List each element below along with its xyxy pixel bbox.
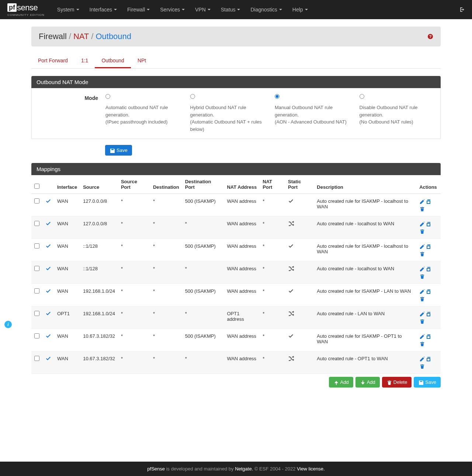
mode-radio-3[interactable] xyxy=(360,94,364,99)
cell-desc: Auto created rule for ISAKMP - localhost… xyxy=(314,194,416,216)
th-sport: Source Port xyxy=(118,175,150,194)
save-button[interactable]: Save xyxy=(105,145,132,156)
delete-row-button[interactable] xyxy=(419,206,424,212)
info-floating-button[interactable]: i xyxy=(4,321,12,328)
nav-item-firewall[interactable]: Firewall xyxy=(122,1,155,18)
enabled-check-icon[interactable] xyxy=(45,243,51,249)
table-row[interactable]: WAN 192.168.1.0/24 * * 500 (ISAKMP) WAN … xyxy=(31,284,441,306)
cell-static xyxy=(285,239,314,261)
help-icon[interactable] xyxy=(427,33,433,41)
table-row[interactable]: WAN 10.67.3.182/32 * * 500 (ISAKMP) WAN … xyxy=(31,329,441,351)
row-checkbox[interactable] xyxy=(34,266,39,271)
caret-icon xyxy=(279,9,282,10)
row-checkbox[interactable] xyxy=(34,311,39,316)
enabled-check-icon[interactable] xyxy=(45,356,51,362)
enabled-check-icon[interactable] xyxy=(45,333,51,339)
mode-option-0: Automatic outbound NAT rule generation.(… xyxy=(105,94,179,133)
copy-button[interactable] xyxy=(426,356,431,362)
cell-nataddr: WAN address xyxy=(224,261,260,284)
tab-11[interactable]: 1:1 xyxy=(74,54,95,68)
table-row[interactable]: WAN ::1/128 * * 500 (ISAKMP) WAN address… xyxy=(31,239,441,261)
cell-dport: * xyxy=(182,261,224,284)
enabled-check-icon[interactable] xyxy=(45,311,51,317)
nav-item-status[interactable]: Status xyxy=(216,1,246,18)
cell-static xyxy=(285,194,314,216)
edit-button[interactable] xyxy=(419,311,424,317)
row-checkbox[interactable] xyxy=(34,198,39,204)
nav-item-interfaces[interactable]: Interfaces xyxy=(84,1,122,18)
tab-npt[interactable]: NPt xyxy=(131,54,153,68)
delete-row-button[interactable] xyxy=(419,273,424,279)
mode-radio-0[interactable] xyxy=(105,94,110,99)
cell-interface: WAN xyxy=(54,239,80,261)
tab-outbound[interactable]: Outbound xyxy=(95,54,131,68)
nav-item-services[interactable]: Services xyxy=(155,1,190,18)
cell-desc: Auto created rule for ISAKMP - OPT1 to W… xyxy=(314,329,416,351)
cell-source: ::1/128 xyxy=(80,239,118,261)
copy-button[interactable] xyxy=(426,243,431,249)
cell-source: ::1/128 xyxy=(80,261,118,284)
add-top-button[interactable]: Add xyxy=(329,377,353,388)
enabled-check-icon[interactable] xyxy=(45,221,51,227)
tab-portforward[interactable]: Port Forward xyxy=(31,54,74,68)
edit-button[interactable] xyxy=(419,288,424,294)
trash-icon xyxy=(419,364,424,369)
th-nataddr: NAT Address xyxy=(224,175,260,194)
copy-button[interactable] xyxy=(426,198,431,204)
row-checkbox[interactable] xyxy=(34,333,39,338)
cell-natport: * xyxy=(260,194,285,216)
nav-item-help[interactable]: Help xyxy=(287,1,313,18)
delete-row-button[interactable] xyxy=(419,251,424,257)
logout-button[interactable] xyxy=(459,6,465,14)
select-all-checkbox[interactable] xyxy=(34,184,39,189)
row-checkbox[interactable] xyxy=(34,221,39,226)
add-bottom-button[interactable]: Add xyxy=(355,377,380,388)
table-row[interactable]: WAN 127.0.0.0/8 * * 500 (ISAKMP) WAN add… xyxy=(31,194,441,216)
edit-button[interactable] xyxy=(419,333,424,339)
mode-radio-2[interactable] xyxy=(275,94,280,99)
breadcrumb-firewall[interactable]: Firewall xyxy=(39,32,67,41)
breadcrumb-outbound[interactable]: Outbound xyxy=(96,32,131,41)
delete-row-button[interactable] xyxy=(419,341,424,347)
copy-icon xyxy=(426,356,431,361)
save-order-button[interactable]: Save xyxy=(414,377,441,388)
edit-button[interactable] xyxy=(419,243,424,249)
row-checkbox[interactable] xyxy=(34,288,39,293)
mode-option-3: Disable Outbound NAT rule generation.(No… xyxy=(360,94,433,133)
copy-button[interactable] xyxy=(426,221,431,227)
table-row[interactable]: WAN 10.67.3.182/32 * * * WAN address * A… xyxy=(31,351,441,374)
enabled-check-icon[interactable] xyxy=(45,288,51,294)
nav-item-vpn[interactable]: VPN xyxy=(190,1,216,18)
row-checkbox[interactable] xyxy=(34,356,39,361)
edit-button[interactable] xyxy=(419,266,424,272)
table-row[interactable]: WAN ::1/128 * * * WAN address * Auto cre… xyxy=(31,261,441,284)
cell-nataddr: WAN address xyxy=(224,216,260,239)
table-row[interactable]: WAN 127.0.0.0/8 * * * WAN address * Auto… xyxy=(31,216,441,239)
nav-item-diagnostics[interactable]: Diagnostics xyxy=(245,1,287,18)
breadcrumb-nat[interactable]: NAT xyxy=(73,32,89,41)
cell-dport: * xyxy=(182,306,224,329)
row-checkbox[interactable] xyxy=(34,243,39,249)
delete-row-button[interactable] xyxy=(419,363,424,369)
delete-row-button[interactable] xyxy=(419,228,424,234)
copy-button[interactable] xyxy=(426,288,431,294)
cell-desc: Auto created rule - LAN to WAN xyxy=(314,306,416,329)
copy-button[interactable] xyxy=(426,333,431,339)
table-row[interactable]: OPT1 192.168.1.0/24 * * * OPT1 address *… xyxy=(31,306,441,329)
delete-row-button[interactable] xyxy=(419,318,424,324)
enabled-check-icon[interactable] xyxy=(45,198,51,204)
mode-radio-1[interactable] xyxy=(190,94,195,99)
nav-item-system[interactable]: System xyxy=(52,1,84,18)
enabled-check-icon[interactable] xyxy=(45,266,51,272)
delete-row-button[interactable] xyxy=(419,296,424,302)
edit-button[interactable] xyxy=(419,221,424,227)
pencil-icon xyxy=(419,334,424,339)
copy-button[interactable] xyxy=(426,266,431,272)
logo[interactable]: pf sense COMMUNITY EDITION xyxy=(7,3,45,17)
delete-button[interactable]: Delete xyxy=(382,377,412,388)
copy-button[interactable] xyxy=(426,311,431,317)
cell-sport: * xyxy=(118,194,150,216)
edit-button[interactable] xyxy=(419,356,424,362)
caret-icon xyxy=(114,9,117,10)
edit-button[interactable] xyxy=(419,198,424,204)
